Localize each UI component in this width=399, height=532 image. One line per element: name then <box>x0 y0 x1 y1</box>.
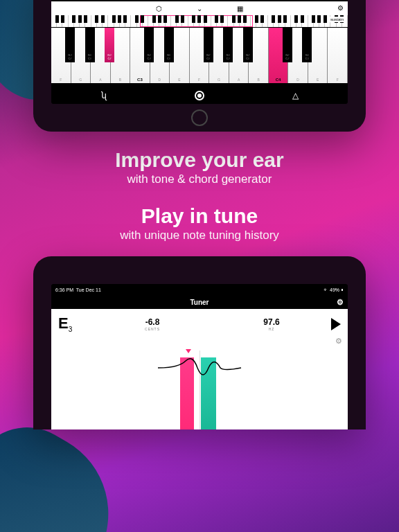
status-time: 6:36 PM Tue Dec 11 <box>55 287 101 292</box>
tuning-fork-icon[interactable]: ʯ <box>90 91 118 100</box>
bell-icon[interactable]: △ <box>281 91 309 100</box>
grid-icon[interactable]: ▦ <box>237 5 243 12</box>
black-key[interactable]: G#C# <box>243 28 253 62</box>
mini-keyboard-overview[interactable]: document.write(Array.from({length:52},()… <box>51 15 348 28</box>
tuner-readout-row: E3 -6.8 CENTS 97.6 HZ <box>51 309 348 336</box>
note-display: E3 <box>58 314 93 333</box>
chevron-down-icon[interactable]: ⌄ <box>197 5 202 12</box>
black-key[interactable]: G#C# <box>144 28 154 62</box>
black-key[interactable]: G#C# <box>223 28 233 62</box>
white-key[interactable]: F <box>328 28 348 83</box>
promo-content: Equal Temperament A = 440.0 Alto Sax (Eb… <box>0 0 399 532</box>
tablet-mockup-top: Equal Temperament A = 440.0 Alto Sax (Eb… <box>33 0 366 132</box>
black-key[interactable]: G#C# <box>85 28 95 62</box>
tuner-body: E3 -6.8 CENTS 97.6 HZ ⚙ <box>51 309 348 429</box>
cents-readout: -6.8 CENTS <box>93 317 212 331</box>
black-key[interactable]: G#C# <box>164 28 174 62</box>
bottom-nav: ʯ △ <box>51 87 348 104</box>
black-key[interactable]: G#C# <box>204 28 213 62</box>
gear-icon[interactable]: ⚙ <box>337 298 344 307</box>
tablet-mockup-bottom: 6:36 PM Tue Dec 11 ᯤ 49% ▮ Tuner ⚙ E3 -6… <box>33 256 366 429</box>
piano-area: document.write(Array.from({length:52},()… <box>51 15 348 87</box>
tuning-history-graph <box>93 351 306 429</box>
hz-readout: 97.6 HZ <box>212 317 331 331</box>
record-button[interactable] <box>195 91 204 100</box>
black-key[interactable]: G#C# <box>283 28 292 62</box>
main-keyboard[interactable]: FGABC3DEFGABC4DEFG#C#G#C#G#C#G#C#G#C#G#C… <box>51 28 348 83</box>
tone-generator-screen: Equal Temperament A = 440.0 Alto Sax (Eb… <box>51 0 348 104</box>
black-key[interactable]: G#C# <box>302 28 312 62</box>
status-bar: 6:36 PM Tue Dec 11 ᯤ 49% ▮ <box>51 284 348 295</box>
tuner-screen: 6:36 PM Tue Dec 11 ᯤ 49% ▮ Tuner ⚙ E3 -6… <box>51 284 348 429</box>
status-right: ᯤ 49% ▮ <box>323 287 344 292</box>
gear-icon[interactable]: ⚙ <box>335 337 342 346</box>
waveform-icon <box>154 351 245 385</box>
black-key[interactable]: G#C# <box>105 28 114 62</box>
subhead-1: with tone & chord generator <box>14 172 385 186</box>
keyboard-toolbar: ⬡ ⌄ ▦ ⚙ <box>51 1 348 15</box>
tuner-header: Tuner ⚙ <box>51 295 348 309</box>
hex-icon[interactable]: ⬡ <box>156 5 162 12</box>
tuner-title: Tuner <box>190 299 209 306</box>
gear-icon[interactable]: ⚙ <box>337 4 344 12</box>
subhead-2: with unique note tuning history <box>14 229 385 242</box>
black-key[interactable]: G#C# <box>65 28 75 62</box>
headline-1: Improve your ear <box>14 148 385 171</box>
marketing-copy: Improve your ear with tone & chord gener… <box>0 132 399 256</box>
sustain-button[interactable]: sustain <box>328 17 346 22</box>
headline-2: Play in tune <box>14 204 385 227</box>
play-button[interactable] <box>331 318 341 330</box>
home-button[interactable] <box>191 109 208 126</box>
